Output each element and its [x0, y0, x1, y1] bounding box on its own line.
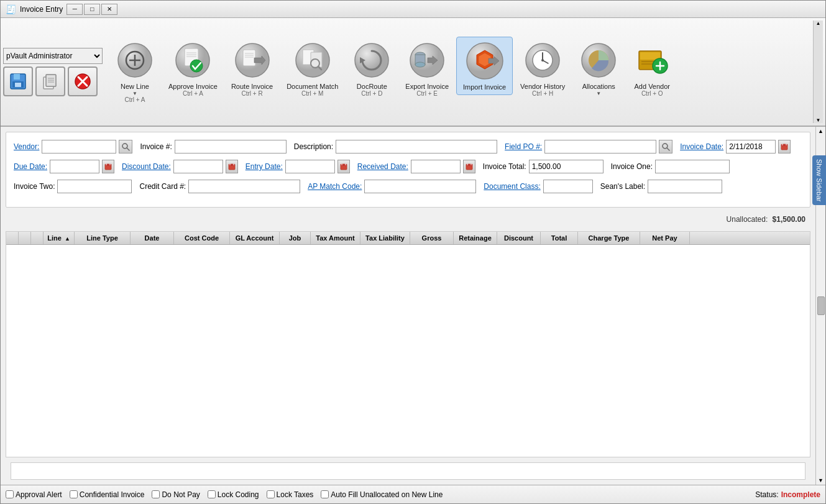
document-class-input[interactable]	[543, 180, 593, 193]
col-total[interactable]: Total	[541, 232, 578, 244]
approve-invoice-label: Approve Invoice	[168, 83, 218, 90]
col-linetype[interactable]: Line Type	[75, 232, 131, 244]
vendor-search-button[interactable]	[119, 140, 132, 153]
col-date[interactable]: Date	[131, 232, 174, 244]
minimize-button[interactable]: ─	[67, 4, 83, 15]
discount-date-input[interactable]	[173, 160, 223, 173]
due-date-label[interactable]: Due Date:	[14, 162, 47, 171]
grid-panel: Line ▲ Line Type Date Cost Code GL Accou…	[6, 231, 810, 457]
col-job[interactable]: Job	[280, 232, 311, 244]
col-gross[interactable]: Gross	[410, 232, 454, 244]
tool-import-invoice[interactable]: Import Invoice	[456, 37, 513, 95]
tool-add-vendor[interactable]: Add Vendor Ctrl + O	[626, 37, 678, 101]
invoice-date-input[interactable]	[726, 140, 776, 153]
tool-document-match[interactable]: Document Match Ctrl + M	[280, 37, 344, 101]
close-button[interactable]: ✕	[101, 4, 117, 15]
scroll-up-btn[interactable]: ▲	[816, 21, 821, 26]
due-date-input[interactable]	[50, 160, 99, 173]
lock-coding-checkbox[interactable]: Lock Coding	[208, 490, 259, 499]
auto-fill-checkbox[interactable]: Auto Fill Unallocated on New Line	[321, 490, 443, 499]
toolbar-scrollbar[interactable]: ▲ ▼	[813, 21, 823, 123]
vendor-label[interactable]: Vendor:	[14, 142, 39, 151]
tool-vendor-history[interactable]: Vendor History Ctrl + H	[514, 37, 571, 101]
discount-date-label[interactable]: Discount Date:	[122, 162, 171, 171]
save-button[interactable]	[3, 66, 33, 96]
do-not-pay-checkbox[interactable]: Do Not Pay	[152, 490, 200, 499]
col-chargetype[interactable]: Charge Type	[578, 232, 640, 244]
description-input[interactable]	[336, 140, 497, 153]
invoice-two-input[interactable]	[57, 180, 132, 193]
vendor-history-label: Vendor History	[520, 83, 565, 90]
lock-taxes-input[interactable]	[267, 490, 275, 498]
window-controls: ─ □ ✕	[67, 4, 117, 15]
delete-button[interactable]	[68, 66, 98, 96]
col-taxamt[interactable]: Tax Amount	[311, 232, 360, 244]
col-netpay[interactable]: Net Pay	[640, 232, 690, 244]
confidential-invoice-input[interactable]	[70, 490, 78, 498]
field-po-label[interactable]: Field PO #:	[505, 142, 542, 151]
field-po-input[interactable]	[544, 140, 656, 153]
entry-date-label[interactable]: Entry Date:	[246, 162, 283, 171]
do-not-pay-input[interactable]	[152, 490, 160, 498]
due-date-cal-button[interactable]	[102, 160, 114, 173]
entry-date-input[interactable]	[285, 160, 335, 173]
svg-line-58	[667, 148, 669, 150]
lock-coding-input[interactable]	[208, 490, 216, 498]
tool-docroute[interactable]: DocRoute Ctrl + D	[346, 37, 398, 101]
sort-icon: ▲	[65, 236, 70, 242]
received-date-input[interactable]	[411, 160, 461, 173]
route-invoice-label: Route Invoice	[231, 83, 273, 90]
tool-export-invoice[interactable]: Export Invoice Ctrl + E	[399, 37, 455, 101]
approval-alert-checkbox[interactable]: Approval Alert	[6, 490, 62, 499]
status-bar: Approval Alert Confidential Invoice Do N…	[1, 485, 825, 503]
scroll-thumb[interactable]	[817, 296, 825, 315]
discount-date-cal-button[interactable]	[226, 160, 238, 173]
approval-alert-input[interactable]	[6, 490, 14, 498]
seans-label-input[interactable]	[648, 180, 722, 193]
col-line[interactable]: Line ▲	[44, 232, 75, 244]
credit-card-input[interactable]	[188, 180, 300, 193]
tool-new-line[interactable]: New Line ▼ Ctrl + A	[109, 37, 161, 107]
document-class-label[interactable]: Document Class:	[484, 182, 540, 191]
col-c1	[19, 232, 31, 244]
svg-point-45	[541, 59, 544, 62]
entry-date-cal-button[interactable]	[337, 160, 350, 173]
restore-button[interactable]: □	[84, 4, 100, 15]
vendor-input[interactable]	[42, 140, 116, 153]
tool-allocations[interactable]: Allocations ▼	[572, 37, 625, 100]
toolbar: pVault Administrator	[1, 18, 825, 127]
scroll-down-btn[interactable]: ▼	[816, 117, 821, 123]
invoice-num-input[interactable]	[175, 140, 287, 153]
received-date-cal-button[interactable]	[463, 160, 475, 173]
discount-date-field: Discount Date:	[122, 160, 238, 173]
field-po-search-button[interactable]	[659, 140, 672, 153]
received-date-label[interactable]: Received Date:	[357, 162, 408, 171]
invoice-one-label: Invoice One:	[611, 162, 653, 171]
confidential-invoice-checkbox[interactable]: Confidential Invoice	[70, 490, 145, 499]
col-glaccount[interactable]: GL Account	[230, 232, 280, 244]
field-po-search-icon	[661, 142, 670, 151]
invoice-one-input[interactable]	[655, 160, 730, 173]
invoice-total-input[interactable]	[529, 160, 603, 173]
ap-match-code-label[interactable]: AP Match Code:	[308, 182, 362, 191]
invoice-date-label[interactable]: Invoice Date:	[680, 142, 723, 151]
col-taxliab[interactable]: Tax Liability	[360, 232, 410, 244]
tool-approve-invoice[interactable]: Approve Invoice Ctrl + A	[162, 37, 224, 101]
col-retainage[interactable]: Retainage	[454, 232, 497, 244]
ap-match-code-input[interactable]	[364, 180, 476, 193]
tool-route-invoice[interactable]: Route Invoice Ctrl + R	[225, 37, 279, 101]
auto-fill-input[interactable]	[321, 490, 329, 498]
lock-taxes-checkbox[interactable]: Lock Taxes	[267, 490, 314, 499]
col-costcode[interactable]: Cost Code	[174, 232, 230, 244]
user-dropdown[interactable]: pVault Administrator	[3, 48, 103, 64]
scroll-down-arrow[interactable]: ▼	[818, 477, 824, 483]
seans-label-label: Sean's Label:	[600, 182, 645, 191]
invoice-date-cal-button[interactable]	[778, 140, 791, 153]
col-discount[interactable]: Discount	[497, 232, 541, 244]
docroute-label: DocRoute	[357, 83, 387, 90]
copy-button[interactable]	[35, 66, 65, 96]
route-invoice-shortcut: Ctrl + R	[241, 90, 262, 97]
scroll-up-arrow[interactable]: ▲	[818, 128, 824, 134]
export-invoice-label: Export Invoice	[405, 83, 449, 90]
show-sidebar-button[interactable]: Show Sidebar	[812, 155, 825, 205]
